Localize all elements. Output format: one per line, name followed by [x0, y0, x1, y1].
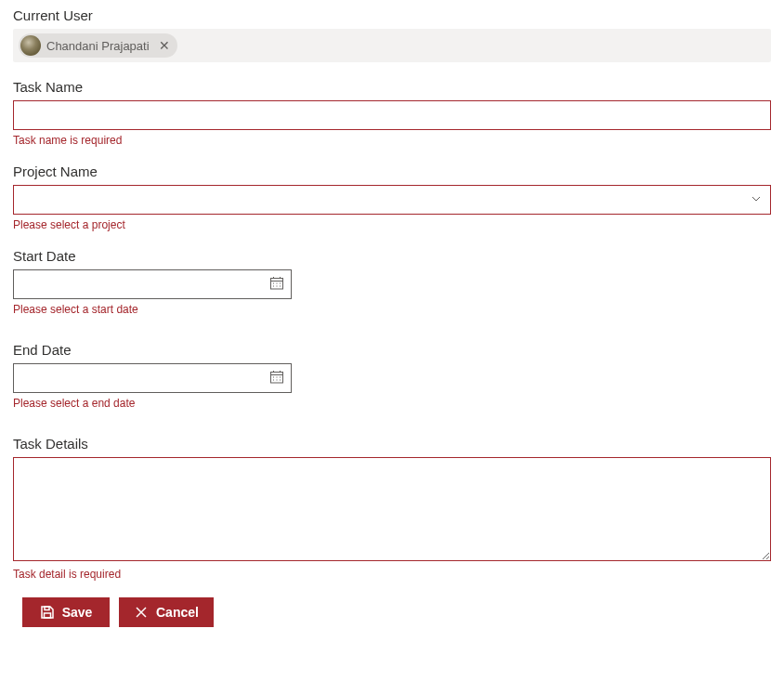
start-date-wrapper	[13, 269, 292, 299]
start-date-field: Start Date Please select a start date	[13, 248, 771, 316]
end-date-wrapper	[13, 363, 292, 393]
end-date-error: Please select a end date	[13, 397, 771, 410]
svg-rect-20	[44, 613, 50, 618]
close-icon[interactable]: ✕	[155, 38, 172, 53]
end-date-label: End Date	[13, 342, 771, 358]
task-details-label: Task Details	[13, 436, 771, 452]
start-date-input[interactable]	[13, 269, 292, 299]
svg-rect-21	[45, 607, 49, 610]
project-name-field: Project Name Please select a project	[13, 164, 771, 231]
save-button-label: Save	[62, 605, 93, 620]
task-name-field: Task Name Task name is required	[13, 79, 771, 147]
close-icon	[134, 605, 149, 620]
save-icon	[40, 605, 55, 620]
start-date-label: Start Date	[13, 248, 771, 264]
project-name-label: Project Name	[13, 164, 771, 179]
cancel-button[interactable]: Cancel	[119, 597, 214, 627]
end-date-field: End Date Please select a end date	[13, 342, 771, 410]
calendar-icon[interactable]	[269, 276, 284, 294]
calendar-icon[interactable]	[269, 370, 284, 387]
current-user-label: Current User	[13, 7, 771, 23]
user-chip[interactable]: Chandani Prajapati ✕	[19, 33, 177, 58]
start-date-error: Please select a start date	[13, 303, 771, 316]
avatar	[20, 35, 41, 56]
button-row: Save Cancel	[13, 597, 771, 627]
task-name-input[interactable]	[13, 100, 771, 130]
end-date-input[interactable]	[13, 363, 292, 393]
task-details-error: Task detail is required	[13, 568, 771, 581]
task-details-input[interactable]	[13, 457, 771, 561]
save-button[interactable]: Save	[22, 597, 110, 627]
project-name-error: Please select a project	[13, 218, 771, 231]
user-chip-name: Chandani Prajapati	[46, 39, 150, 53]
task-name-label: Task Name	[13, 79, 771, 95]
task-details-field: Task Details Task detail is required	[13, 436, 771, 581]
project-name-select-wrapper	[13, 185, 771, 215]
task-name-error: Task name is required	[13, 134, 771, 147]
cancel-button-label: Cancel	[156, 605, 199, 620]
user-chip-container: Chandani Prajapati ✕	[13, 29, 771, 62]
current-user-field: Current User Chandani Prajapati ✕	[13, 7, 771, 62]
project-name-select[interactable]	[13, 185, 771, 215]
